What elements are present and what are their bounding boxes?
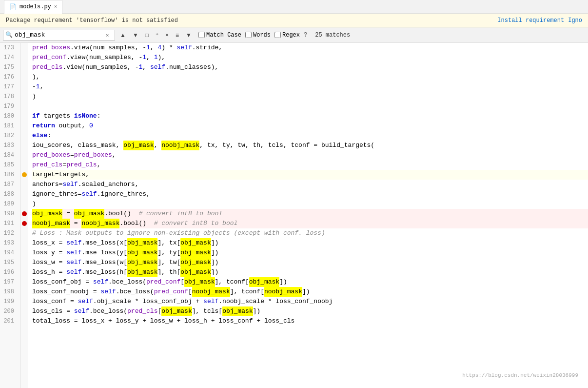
code-line: pred_cls=pred_cls,: [32, 160, 588, 170]
file-icon: 📄: [9, 3, 17, 11]
code-line: noobj_mask = noobj_mask.bool() # convert…: [32, 219, 588, 228]
breakpoint-cell: [20, 53, 28, 62]
watermark: https://blog.csdn.net/weixin28036999: [462, 372, 578, 378]
code-line: loss_y = self.mse_loss(y[obj_mask], ty[o…: [32, 248, 588, 258]
code-lines: pred_boxes.view(num_samples, -1, 4) * se…: [28, 43, 588, 388]
breakpoint-cell: [20, 219, 28, 228]
warning-actions: Install requirement Igno: [497, 17, 582, 24]
search-input[interactable]: [15, 31, 102, 39]
breakpoint-cell: [20, 228, 28, 238]
code-line: if targets is None:: [32, 111, 588, 121]
search-input-wrap: 🔍 ×: [3, 30, 115, 41]
warning-text: Package requirement 'tensorflow' is not …: [6, 17, 178, 24]
code-line: else:: [32, 131, 588, 141]
code-line: pred_boxes=pred_boxes,: [32, 150, 588, 160]
line-numbers: 1731741751761771781791801811821831841851…: [0, 43, 20, 388]
warning-dot: [22, 172, 27, 177]
prev-match-button[interactable]: ▲: [117, 30, 129, 40]
regex-label: Regex: [282, 32, 300, 39]
line-number: 175: [0, 62, 17, 72]
search-navigation: ▲ ▼ □ ⁺ × ≡ ▼: [117, 30, 195, 40]
breakpoint-cell: [20, 111, 28, 121]
line-number: 196: [0, 267, 17, 277]
breakpoint-cell: [20, 287, 28, 297]
code-line: loss_conf_obj = self.bce_loss(pred_conf[…: [32, 277, 588, 287]
code-line: loss_x = self.mse_loss(x[obj_mask], tx[o…: [32, 238, 588, 248]
line-number: 201: [0, 316, 17, 326]
code-line: anchors=self.scaled_anchors,: [32, 180, 588, 189]
line-number: 177: [0, 82, 17, 92]
breakpoint-cell: [20, 131, 28, 141]
search-icon: 🔍: [5, 31, 13, 39]
multiline-button[interactable]: ⁺: [153, 30, 161, 40]
breakpoint-cell: [20, 189, 28, 199]
breakpoint-cell: [20, 150, 28, 160]
breakpoint-cell: [20, 248, 28, 258]
code-line: ignore_thres=self.ignore_thres,: [32, 189, 588, 199]
code-line: ): [32, 92, 588, 102]
line-number: 183: [0, 141, 17, 150]
code-line: obj_mask = obj_mask.bool() # convert int…: [32, 209, 588, 219]
wrap-button[interactable]: □: [142, 30, 152, 40]
breakpoint-cell: [20, 43, 28, 53]
breakpoint-column: [20, 43, 28, 388]
breakpoint-cell: [20, 306, 28, 316]
line-number: 194: [0, 248, 17, 258]
line-number: 197: [0, 277, 17, 287]
search-bar: 🔍 × ▲ ▼ □ ⁺ × ≡ ▼ Match Case Words Regex…: [0, 27, 588, 43]
breakpoint-cell: [20, 316, 28, 326]
line-number: 193: [0, 238, 17, 248]
search-options: Match Case Words Regex ? 25 matches: [198, 32, 350, 39]
line-number: 181: [0, 121, 17, 131]
code-line: loss_conf_noobj = self.bce_loss(pred_con…: [32, 287, 588, 297]
file-tab[interactable]: 📄 models.py ×: [4, 0, 62, 14]
regex-option[interactable]: Regex: [274, 32, 300, 39]
breakpoint-cell: [20, 62, 28, 72]
breakpoint-cell: [20, 160, 28, 170]
line-number: 199: [0, 297, 17, 306]
title-bar: 📄 models.py ×: [0, 0, 588, 14]
code-line: loss_conf = self.obj_scale * loss_conf_o…: [32, 297, 588, 306]
line-number: 187: [0, 180, 17, 189]
help-button[interactable]: ?: [304, 32, 307, 39]
breakpoint-cell: [20, 141, 28, 150]
words-option[interactable]: Words: [245, 32, 271, 39]
line-number: 192: [0, 228, 17, 238]
words-checkbox[interactable]: [245, 32, 252, 38]
install-requirement-link[interactable]: Install requirement: [497, 17, 564, 24]
file-name: models.py: [20, 3, 51, 10]
breakpoint-cell: [20, 199, 28, 209]
code-line: pred_cls.view(num_samples, -1, self.num_…: [32, 62, 588, 72]
breakpoint-cell: [20, 180, 28, 189]
match-case-checkbox[interactable]: [198, 32, 205, 38]
clear-search-button[interactable]: ×: [104, 32, 110, 39]
breakpoint-cell: [20, 102, 28, 111]
line-number: 182: [0, 131, 17, 141]
close-tab-button[interactable]: ×: [54, 4, 58, 10]
code-line: loss_cls = self.bce_loss(pred_cls[obj_ma…: [32, 306, 588, 316]
next-match-button[interactable]: ▼: [130, 30, 141, 40]
words-label: Words: [253, 32, 271, 39]
option-x-button[interactable]: ×: [162, 30, 172, 40]
breakpoint-cell: [20, 209, 28, 219]
code-line: ): [32, 199, 588, 209]
code-line: loss_w = self.mse_loss(w[obj_mask], tw[o…: [32, 258, 588, 267]
line-number: 176: [0, 72, 17, 82]
breakpoint-cell: [20, 82, 28, 92]
code-line: pred_boxes.view(num_samples, -1, 4) * se…: [32, 43, 588, 53]
line-number: 198: [0, 287, 17, 297]
code-line: target=targets,: [32, 170, 588, 180]
ignore-link[interactable]: Igno: [568, 17, 582, 24]
code-line: iou_scores, class_mask, obj_mask, noobj_…: [32, 141, 588, 150]
filter-button[interactable]: ▼: [183, 30, 195, 40]
line-number: 178: [0, 92, 17, 102]
match-case-option[interactable]: Match Case: [198, 32, 241, 39]
line-number: 195: [0, 258, 17, 267]
match-case-label: Match Case: [206, 32, 241, 39]
regex-checkbox[interactable]: [274, 32, 281, 38]
line-number: 188: [0, 189, 17, 199]
option-eq-button[interactable]: ≡: [173, 30, 182, 40]
warning-bar: Package requirement 'tensorflow' is not …: [0, 14, 588, 27]
match-count: 25 matches: [315, 32, 350, 39]
breakpoint-dot: [22, 211, 27, 216]
